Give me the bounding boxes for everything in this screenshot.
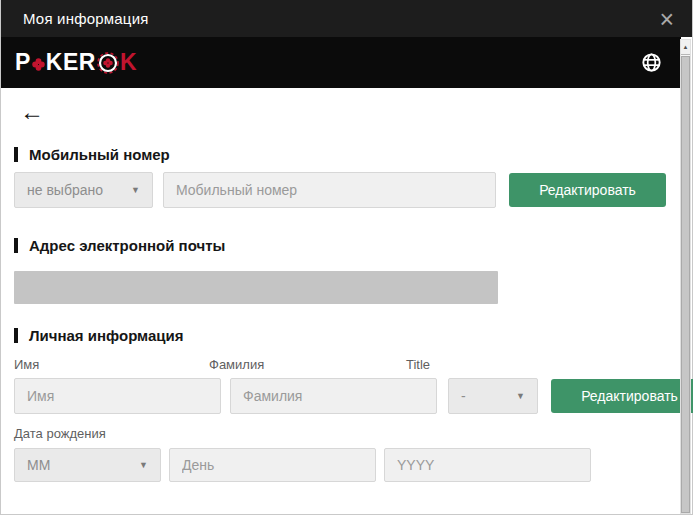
logo-letters-ker: KER bbox=[46, 51, 96, 74]
birth-date-row: MM ▼ bbox=[14, 448, 664, 482]
country-code-value: не выбрано bbox=[27, 182, 103, 198]
section-accent-bar bbox=[14, 238, 18, 253]
chevron-down-icon: ▼ bbox=[516, 391, 525, 401]
personal-section-title: Личная информация bbox=[29, 327, 184, 344]
birth-date-label: Дата рождения bbox=[14, 426, 664, 441]
brand-header: P KER K bbox=[1, 37, 681, 88]
country-code-select[interactable]: не выбрано ▼ bbox=[14, 172, 153, 208]
email-value-field bbox=[14, 271, 498, 304]
globe-icon[interactable] bbox=[642, 53, 661, 72]
poker-chip-icon bbox=[97, 52, 119, 74]
my-information-dialog: Моя информация × P KER bbox=[0, 0, 693, 515]
clover-icon bbox=[32, 58, 45, 71]
mobile-section-header: Мобильный номер bbox=[14, 146, 664, 163]
section-accent-bar bbox=[14, 147, 18, 162]
scrollbar-thumb[interactable] bbox=[681, 56, 690, 513]
mobile-section-title: Мобильный номер bbox=[29, 146, 170, 163]
back-arrow-icon[interactable]: ← bbox=[20, 100, 44, 124]
logo-letter-p: P bbox=[15, 51, 31, 74]
title-label: Title bbox=[406, 357, 430, 372]
dialog-title: Моя информация bbox=[23, 10, 149, 27]
section-accent-bar bbox=[14, 328, 18, 343]
scroll-up-button[interactable]: ▲ bbox=[681, 40, 690, 55]
close-icon[interactable]: × bbox=[657, 9, 676, 29]
chevron-down-icon: ▼ bbox=[131, 185, 140, 195]
form-content: ← Мобильный номер не выбрано ▼ Редактиро… bbox=[1, 88, 692, 482]
chevron-down-icon: ▼ bbox=[139, 460, 148, 470]
dialog-titlebar: Моя информация × bbox=[1, 0, 692, 37]
title-select-value: - bbox=[461, 388, 466, 404]
email-section-title: Адрес электронной почты bbox=[29, 237, 225, 254]
personal-section-header: Личная информация bbox=[14, 327, 664, 344]
title-select[interactable]: - ▼ bbox=[448, 378, 538, 414]
birth-year-input[interactable] bbox=[384, 448, 591, 482]
last-name-input[interactable] bbox=[230, 378, 437, 414]
birth-month-select[interactable]: MM ▼ bbox=[14, 448, 161, 482]
edit-mobile-button[interactable]: Редактировать bbox=[509, 173, 666, 207]
first-name-label: Имя bbox=[14, 357, 209, 372]
logo-letter-k-red: K bbox=[120, 51, 137, 74]
birth-day-input[interactable] bbox=[169, 448, 376, 482]
last-name-label: Фамилия bbox=[209, 357, 406, 372]
birth-month-value: MM bbox=[27, 457, 50, 473]
email-section-header: Адрес электронной почты bbox=[14, 237, 664, 254]
personal-fields-row: - ▼ Редактировать bbox=[14, 378, 664, 414]
mobile-row: не выбрано ▼ Редактировать bbox=[14, 172, 664, 208]
first-name-input[interactable] bbox=[14, 378, 221, 414]
dialog-body: P KER K bbox=[1, 37, 692, 515]
pokerok-logo: P KER K bbox=[15, 51, 137, 74]
edit-personal-button[interactable]: Редактировать bbox=[551, 379, 693, 413]
scrollbar[interactable]: ▲ bbox=[680, 39, 691, 514]
mobile-number-input[interactable] bbox=[163, 172, 496, 208]
personal-labels-row: Имя Фамилия Title bbox=[14, 357, 664, 372]
